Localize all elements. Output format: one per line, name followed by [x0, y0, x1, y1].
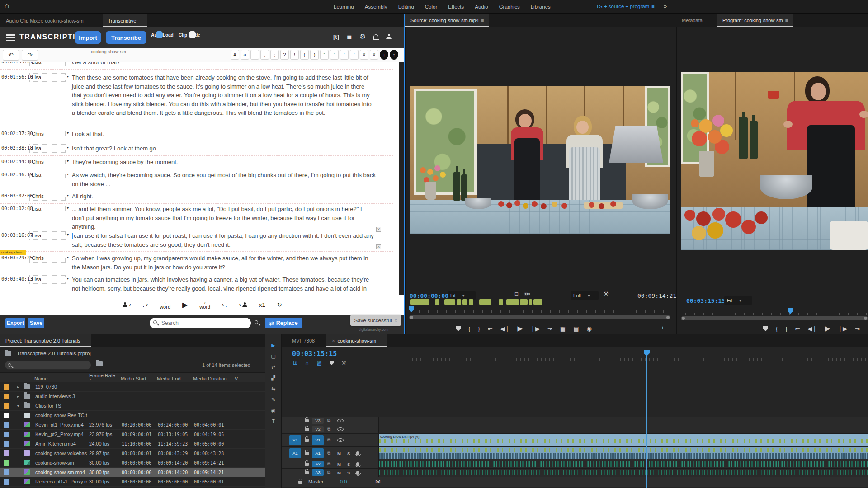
lock-icon[interactable]	[305, 419, 309, 422]
solo-button[interactable]: S	[347, 451, 350, 456]
col-name[interactable]: Name	[33, 376, 87, 381]
audio-clip-a2[interactable]	[379, 460, 868, 468]
comparison-view-icon[interactable]: ⋙	[524, 291, 531, 297]
export-button[interactable]: Export	[5, 318, 25, 328]
clip-marker[interactable]	[533, 299, 542, 305]
insert-icon[interactable]: ▦	[560, 325, 566, 332]
workspace-tab-active[interactable]: TS + source + program≡	[596, 4, 655, 9]
new-bin-icon[interactable]	[96, 361, 103, 366]
punctuation-button[interactable]: “	[320, 50, 329, 60]
list-icon[interactable]: ≣	[347, 33, 352, 40]
mark-out-icon[interactable]: }	[478, 325, 480, 332]
program-ruler[interactable]	[681, 310, 868, 315]
transcript-text[interactable]: All right.	[72, 192, 376, 201]
panel-menu-icon[interactable]: ≡	[138, 18, 141, 23]
tool-icon[interactable]: ▶	[271, 343, 275, 348]
clip-marker[interactable]	[462, 299, 467, 305]
label-swatch[interactable]	[4, 469, 9, 475]
punctuation-button[interactable]: ↓	[380, 50, 388, 60]
transcript-text[interactable]: You can can tomatoes in jars, which invo…	[72, 275, 376, 295]
track-output-icon[interactable]	[337, 419, 344, 422]
label-swatch[interactable]	[4, 413, 9, 418]
workspace-tab[interactable]: Effects	[448, 4, 464, 9]
label-swatch[interactable]	[4, 403, 9, 409]
sync-lock-icon[interactable]: ⧉	[327, 470, 330, 475]
item-name[interactable]: Rebecca pt1-1_Proxy.m	[33, 479, 87, 484]
voiceover-icon[interactable]	[356, 451, 359, 455]
timeline-playhead-line[interactable]	[646, 354, 647, 488]
linked-selection-icon[interactable]: ▨	[317, 360, 322, 366]
snap-icon[interactable]: ⊞	[293, 360, 297, 366]
tool-icon[interactable]: ⇆	[271, 386, 275, 392]
transcript-text[interactable]: Then these are some tomatoes that have b…	[72, 73, 376, 117]
project-row[interactable]: cooking-show-Rev-TC.t	[0, 411, 265, 420]
track-target-button[interactable]: V1	[312, 435, 324, 445]
settings-icon[interactable]: ⊟	[514, 291, 519, 297]
solo-button[interactable]: S	[347, 462, 350, 467]
video-clip[interactable]: cooking-show-sm.mp4 [V]	[379, 434, 868, 446]
speaker-name-field[interactable]: Lisa	[29, 275, 66, 284]
label-swatch[interactable]	[4, 460, 9, 466]
workspace-tab[interactable]: Libraries	[531, 4, 551, 9]
program-scrollbar[interactable]	[681, 316, 868, 320]
clip-marker[interactable]	[506, 299, 519, 305]
item-name[interactable]: cooking-show-voicebas	[33, 450, 87, 456]
speaker-name-field[interactable]: Chris	[29, 130, 66, 138]
timeline-timecode[interactable]: 00:03:15:15	[292, 350, 337, 358]
tool-icon[interactable]: ▢	[271, 353, 275, 359]
home-icon[interactable]: ⌂	[5, 1, 9, 10]
go-to-out-icon[interactable]: ⇥	[855, 325, 860, 332]
workspace-tab[interactable]: Audio	[475, 4, 488, 9]
tab-project[interactable]: Project: Transcriptive 2.0 Tutorials≡	[0, 334, 91, 347]
clip-marker[interactable]	[444, 299, 455, 305]
tool-icon[interactable]: ▞	[271, 375, 275, 381]
mark-out-icon[interactable]: }	[785, 325, 787, 332]
clip-marker[interactable]	[529, 299, 532, 305]
lock-icon[interactable]	[305, 452, 309, 455]
speaker-dropdown-icon[interactable]: ▾	[67, 62, 69, 63]
import-button[interactable]: Import	[75, 31, 101, 44]
speaker-name-field[interactable]: Lisa	[29, 171, 66, 179]
punctuation-button[interactable]: .	[250, 50, 259, 60]
transcript-timecode[interactable]: 00:01:56:16	[1, 74, 28, 80]
mute-button[interactable]: M	[337, 451, 341, 456]
project-row[interactable]: cooking-show-voicebas 29.97 fps 00:00:00…	[0, 449, 265, 458]
col-v[interactable]: V	[234, 376, 265, 381]
source-timecode[interactable]: 00:00:00:00	[410, 291, 448, 300]
step-back-icon[interactable]: ◀❘	[808, 325, 817, 332]
item-name[interactable]: 119_0730	[33, 384, 87, 389]
project-file-name[interactable]: Transcriptive 2.0 Tutorials.prproj	[17, 351, 91, 356]
punctuation-button[interactable]: (	[300, 50, 309, 60]
workspace-tab[interactable]: Color	[425, 4, 437, 9]
speaker-dropdown-icon[interactable]: ▾	[67, 277, 69, 281]
speaker-name-field[interactable]: Lisa	[29, 62, 66, 66]
punctuation-button[interactable]: ?	[280, 50, 289, 60]
sync-lock-icon[interactable]: ⧉	[327, 437, 330, 443]
track-target-button[interactable]: A1	[312, 448, 324, 458]
play-icon[interactable]: ▶	[517, 324, 523, 333]
track-target-button[interactable]: V3	[312, 418, 324, 424]
project-row[interactable]: Kevin_pt2_Proxy.mp4 23.976 fps 00:09:00:…	[0, 430, 265, 439]
punctuation-button[interactable]: ,	[260, 50, 269, 60]
transcript-text[interactable]: As we watch, they're becoming sauce. So …	[72, 171, 376, 188]
speaker-dropdown-icon[interactable]: ▾	[67, 159, 69, 163]
bell-icon[interactable]	[373, 34, 378, 39]
transcript-timecode[interactable]: 00:03:16:07	[1, 232, 28, 238]
wrench-icon[interactable]: ⚒	[604, 291, 609, 297]
item-name[interactable]: Clips for TS	[33, 403, 87, 408]
master-level[interactable]: 0.0	[340, 479, 347, 484]
export-frame-icon[interactable]: ◉	[586, 325, 591, 332]
next-word-button[interactable]: ›word	[199, 300, 210, 309]
item-name[interactable]: cooking-show-sm	[33, 460, 87, 465]
transcript-timecode[interactable]: 00:02:44:18	[1, 159, 28, 164]
toast-close-icon[interactable]: ×	[395, 318, 397, 323]
next-speaker-button[interactable]: ›	[239, 301, 247, 308]
go-to-in-icon[interactable]: ⇤	[795, 325, 800, 332]
source-patch[interactable]: V1	[289, 435, 301, 445]
label-swatch[interactable]	[4, 394, 9, 399]
twirl-icon[interactable]: ▸	[14, 385, 23, 389]
clip-marker[interactable]	[520, 299, 528, 305]
source-scrollbar[interactable]	[409, 315, 670, 319]
clip-mode-toggle[interactable]: Clip Mode	[178, 31, 201, 38]
speaker-name-field[interactable]: Lisa	[29, 231, 66, 240]
